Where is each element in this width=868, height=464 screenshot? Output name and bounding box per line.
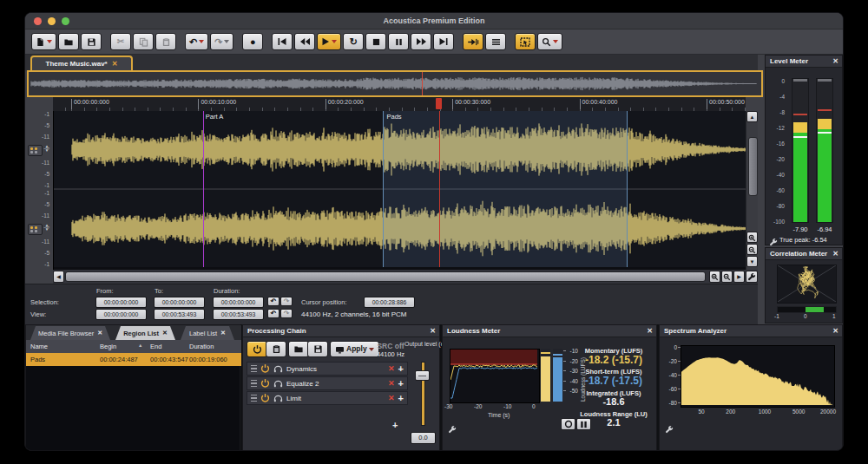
cut-button[interactable]: ✂: [110, 33, 131, 50]
waveform-settings-wrench-icon[interactable]: [746, 271, 758, 283]
column-header-begin[interactable]: Begin: [100, 343, 116, 350]
zoom-out-horizontal-button[interactable]: [721, 271, 733, 283]
rewind-button[interactable]: [294, 33, 315, 50]
correlation-meter-close-icon[interactable]: ✕: [832, 251, 838, 258]
insert-effect-icon[interactable]: +: [398, 364, 404, 374]
view-from-field[interactable]: 00:00:00:000: [95, 309, 147, 320]
zoom-in-horizontal-button[interactable]: [709, 271, 720, 283]
effect-power-icon[interactable]: [260, 376, 270, 391]
view-redo-button[interactable]: ↷: [280, 309, 293, 318]
channel-zoom-spinner[interactable]: ▲▼: [43, 144, 50, 154]
region-table-header[interactable]: NameBegin▲EndDuration: [26, 340, 241, 354]
chain-item-dynamics[interactable]: Dynamics✕+: [247, 362, 408, 376]
close-tab-icon[interactable]: ✕: [220, 330, 226, 337]
stop-button[interactable]: [365, 33, 386, 50]
browser-tab-label-list[interactable]: Label List✕: [181, 326, 234, 340]
view-to-field[interactable]: 00:00:53:493: [154, 309, 205, 320]
close-tab-icon[interactable]: ✕: [162, 330, 168, 337]
zoom-out-vertical-button[interactable]: [746, 244, 758, 255]
browser-tab-region-list[interactable]: Region List✕: [115, 326, 175, 340]
vertical-scrollbar[interactable]: ▲ ▼: [746, 111, 758, 270]
chain-open-button[interactable]: [288, 341, 309, 357]
browser-tab-media-file-browser[interactable]: Media File Browser✕: [30, 326, 110, 340]
chain-power-button[interactable]: [247, 341, 267, 357]
scroll-mode-button[interactable]: [485, 33, 506, 50]
horizontal-scrollbar[interactable]: ◀ ▶: [53, 270, 758, 284]
horizontal-scroll-thumb[interactable]: [65, 271, 706, 282]
selection-to-field[interactable]: 00:00:00:000: [154, 297, 205, 308]
waveform-overview[interactable]: [27, 70, 763, 97]
undo-button[interactable]: ↶: [185, 33, 208, 50]
drag-handle-icon[interactable]: [251, 380, 257, 388]
column-header-end[interactable]: End: [150, 343, 161, 350]
processing-chain-close-icon[interactable]: ✕: [430, 328, 436, 335]
selection-duration-field[interactable]: 00:00:00:000: [213, 297, 264, 308]
region-highlight-pads[interactable]: Pads: [383, 111, 627, 267]
remove-effect-icon[interactable]: ✕: [388, 394, 395, 402]
chain-item-limit[interactable]: Limit✕+: [247, 391, 408, 405]
close-tab-icon[interactable]: ✕: [112, 60, 118, 68]
chain-clipboard-button[interactable]: [266, 341, 286, 357]
loop-playback-button[interactable]: ↻: [343, 33, 364, 50]
go-to-start-button[interactable]: [272, 33, 293, 50]
insert-effect-icon[interactable]: +: [398, 394, 404, 403]
spectrum-analyzer-close-icon[interactable]: ✕: [832, 328, 838, 335]
open-file-button[interactable]: [58, 33, 79, 50]
save-file-button[interactable]: [81, 33, 102, 50]
follow-playhead-button[interactable]: [463, 33, 483, 50]
fast-forward-button[interactable]: [411, 33, 431, 50]
new-file-button[interactable]: [31, 33, 56, 50]
selection-from-field[interactable]: 00:00:00:000: [95, 297, 147, 308]
insert-effect-icon[interactable]: +: [398, 379, 404, 389]
loudness-meter-close-icon[interactable]: ✕: [647, 328, 653, 335]
playhead-line[interactable]: [439, 111, 440, 267]
pause-button[interactable]: [388, 33, 409, 50]
scroll-left-button[interactable]: ◀: [53, 271, 64, 283]
scroll-up-button[interactable]: ▲: [746, 111, 758, 122]
play-button[interactable]: [317, 33, 341, 50]
effect-power-icon[interactable]: [260, 390, 270, 406]
waveform-display[interactable]: Pads Part A: [53, 111, 746, 270]
vertical-zoom-menu-button[interactable]: ▼: [746, 256, 758, 267]
output-level-slider-thumb[interactable]: [415, 370, 430, 381]
remove-effect-icon[interactable]: ✕: [388, 379, 395, 388]
selection-undo-button[interactable]: ↶: [267, 297, 279, 306]
view-duration-field[interactable]: 00:00:53:493: [213, 309, 264, 320]
effect-power-icon[interactable]: [260, 361, 270, 376]
channel-options-button[interactable]: [28, 145, 43, 156]
selection-tool-button[interactable]: [515, 33, 536, 50]
column-header-name[interactable]: Name: [30, 343, 48, 350]
output-level-value[interactable]: 0.0: [411, 432, 436, 444]
loudness-settings-wrench-icon[interactable]: [448, 422, 457, 437]
effect-solo-headphones-icon[interactable]: [273, 376, 283, 391]
selection-redo-button[interactable]: ↷: [280, 297, 293, 306]
chain-item-equalize-2[interactable]: Equalize 2✕+: [247, 376, 408, 390]
column-header-duration[interactable]: Duration: [189, 343, 214, 350]
redo-button[interactable]: ↷: [210, 33, 233, 50]
channel-options-button[interactable]: [28, 224, 43, 235]
zoom-tool-button[interactable]: [537, 33, 562, 50]
paste-button[interactable]: [155, 33, 176, 50]
close-tab-icon[interactable]: ✕: [97, 330, 102, 337]
table-row[interactable]: Pads00:00:24:48700:00:43:54700:00:19:060: [26, 353, 241, 366]
loudness-reset-button[interactable]: [561, 418, 575, 430]
scroll-right-button[interactable]: ▶: [733, 271, 745, 283]
add-effect-button[interactable]: +: [392, 421, 398, 430]
cursor-position-field[interactable]: 00:00:28:886: [364, 297, 415, 308]
document-tab[interactable]: Theme Music.wav* ✕: [30, 56, 133, 70]
effect-solo-headphones-icon[interactable]: [273, 361, 283, 376]
chain-save-button[interactable]: [307, 341, 328, 357]
effect-solo-headphones-icon[interactable]: [273, 390, 283, 406]
level-meter-close-icon[interactable]: ✕: [832, 58, 838, 65]
drag-handle-icon[interactable]: [251, 365, 257, 373]
record-button[interactable]: ●: [242, 33, 263, 50]
go-to-end-button[interactable]: [433, 33, 454, 50]
view-undo-button[interactable]: ↶: [267, 309, 279, 318]
remove-effect-icon[interactable]: ✕: [388, 364, 395, 373]
drag-handle-icon[interactable]: [251, 395, 257, 402]
playhead-flag[interactable]: [436, 98, 442, 109]
apply-chain-button[interactable]: Apply: [330, 341, 379, 357]
copy-button[interactable]: [133, 33, 154, 50]
channel-zoom-spinner[interactable]: ▲▼: [43, 223, 50, 232]
spectrum-settings-wrench-icon[interactable]: [665, 422, 674, 437]
